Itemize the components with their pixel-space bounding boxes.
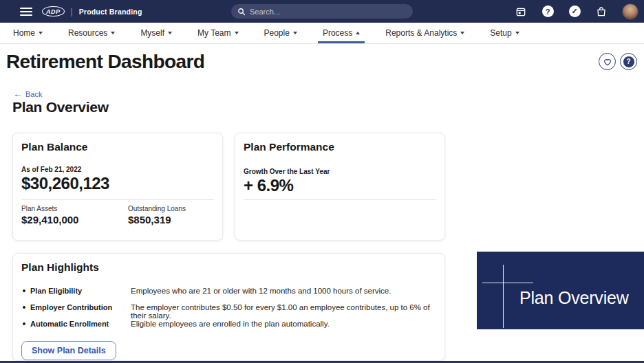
- search-bar[interactable]: [231, 4, 413, 19]
- adp-logo: ADP: [42, 6, 65, 16]
- plan-balance-amount: $30,260,123: [21, 174, 109, 193]
- highlight-row-automatic-enrollment: Automatic Enrollment Eligible employees …: [21, 320, 436, 328]
- chevron-up-icon: [356, 32, 360, 34]
- growth-label: Growth Over the Last Year: [244, 168, 330, 175]
- banner-title: Plan Overview: [519, 288, 629, 308]
- check-glyph: ✓: [569, 6, 581, 17]
- chevron-down-icon: [515, 32, 519, 34]
- stat-value: $850,319: [128, 214, 186, 226]
- calendar-icon[interactable]: [515, 6, 527, 18]
- highlight-label: Automatic Enrollment: [30, 320, 122, 328]
- page-title-actions: ?: [599, 53, 637, 70]
- highlight-row-plan-eligibility: Plan Eligibility Employees who are 21 or…: [21, 287, 436, 295]
- highlight-label: Plan Eligibility: [30, 287, 122, 295]
- chevron-down-icon: [111, 32, 115, 34]
- plan-performance-card: Plan Performance Growth Over the Last Ye…: [235, 133, 445, 241]
- nav-item-process[interactable]: Process: [319, 23, 363, 43]
- card-title: Plan Performance: [244, 141, 334, 153]
- bullet-icon: [23, 322, 25, 325]
- chevron-down-icon: [168, 32, 172, 34]
- highlight-row-employer-contribution: Employer Contribution The employer contr…: [21, 303, 436, 320]
- nav-item-resources[interactable]: Resources: [65, 23, 118, 43]
- help-glyph: ?: [542, 6, 554, 17]
- chevron-down-icon: [293, 32, 297, 34]
- nav-label: My Team: [197, 28, 230, 38]
- banner-cross-horizontal-line: [482, 283, 533, 283]
- highlight-label: Employer Contribution: [30, 303, 122, 311]
- chevron-down-icon: [460, 32, 464, 34]
- nav-label: People: [264, 28, 290, 38]
- top-app-bar: ADP | Product Branding ? ✓: [0, 0, 644, 23]
- help-icon[interactable]: ?: [541, 6, 554, 18]
- primary-nav: Home Resources Myself My Team People Pro…: [0, 23, 644, 44]
- nav-label: Home: [13, 28, 35, 38]
- stat-outstanding-loans: Outstanding Loans $850,319: [128, 205, 186, 226]
- as-of-date: As of Feb 21, 2022: [21, 166, 81, 173]
- stat-label: Outstanding Loans: [128, 205, 186, 212]
- section-title: Plan Overview: [12, 99, 109, 116]
- bullet-icon: [23, 306, 25, 309]
- nav-label: Reports & Analytics: [385, 28, 457, 38]
- nav-item-my-team[interactable]: My Team: [194, 23, 242, 43]
- nav-item-people[interactable]: People: [261, 23, 301, 43]
- back-arrow-icon: ←: [13, 89, 22, 98]
- heart-icon: [603, 57, 612, 67]
- show-plan-details-button[interactable]: Show Plan Details: [21, 341, 116, 360]
- nav-label: Setup: [490, 28, 511, 38]
- product-branding-label: Product Branding: [79, 8, 142, 16]
- plan-balance-card: Plan Balance As of Feb 21, 2022 $30,260,…: [12, 133, 223, 241]
- hamburger-menu-icon[interactable]: [20, 8, 32, 16]
- chevron-down-icon: [235, 32, 239, 34]
- search-input[interactable]: [250, 8, 387, 16]
- favorite-button[interactable]: [599, 53, 616, 70]
- user-avatar[interactable]: [622, 3, 638, 20]
- card-divider: [21, 199, 214, 200]
- stat-label: Plan Assets: [21, 205, 78, 212]
- highlight-description: Employees who are 21 or older with 12 mo…: [131, 287, 391, 295]
- nav-item-myself[interactable]: Myself: [137, 23, 175, 43]
- banner-cross-vertical-line: [503, 265, 504, 328]
- page-title: Retirement Dashboard: [6, 51, 204, 73]
- growth-value: + 6.9%: [244, 176, 293, 195]
- topbar-actions: ? ✓: [515, 0, 638, 23]
- question-icon: ?: [623, 56, 634, 67]
- stat-plan-assets: Plan Assets $29,410,000: [21, 205, 78, 226]
- nav-item-home[interactable]: Home: [10, 23, 46, 43]
- nav-label: Resources: [68, 28, 107, 38]
- chevron-down-icon: [39, 32, 43, 34]
- help-button[interactable]: ?: [620, 53, 637, 70]
- nav-item-setup[interactable]: Setup: [486, 23, 522, 43]
- nav-label: Process: [323, 28, 352, 38]
- plan-overview-banner: Plan Overview: [477, 252, 644, 329]
- stat-value: $29,410,000: [21, 214, 78, 226]
- nav-label: Myself: [140, 28, 164, 38]
- highlight-description: The employer contributes $0.50 for every…: [131, 303, 436, 320]
- tasks-check-icon[interactable]: ✓: [568, 6, 581, 18]
- retirement-dashboard-page: ADP | Product Branding ? ✓: [0, 0, 644, 363]
- plan-highlights-card: Plan Highlights Plan Eligibility Employe…: [12, 253, 445, 361]
- search-icon: [237, 8, 246, 16]
- bullet-icon: [23, 289, 25, 292]
- back-link[interactable]: ← Back: [13, 89, 42, 98]
- topbar-divider: |: [71, 7, 73, 16]
- nav-item-reports-analytics[interactable]: Reports & Analytics: [382, 23, 468, 43]
- card-title: Plan Balance: [21, 141, 88, 153]
- shopping-bag-icon[interactable]: [595, 6, 608, 18]
- highlight-description: Eligible employees are enrolled in the p…: [131, 320, 330, 328]
- card-title: Plan Highlights: [21, 261, 99, 274]
- back-label: Back: [25, 90, 42, 98]
- card-divider: [244, 199, 436, 200]
